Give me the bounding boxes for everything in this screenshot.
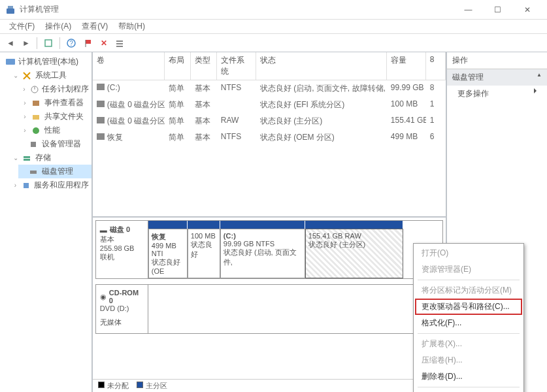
cdrom-block: ◉CD-ROM 0 DVD (D:) 无媒体 bbox=[95, 284, 443, 334]
partition[interactable]: 恢复499 MB NTI状态良好 (OE bbox=[148, 229, 188, 278]
legend: 未分配 主分区 bbox=[93, 379, 446, 392]
navigation-tree: 计算机管理(本地) ⌄ 系统工具 › 任务计划程序 › 事件查看器 bbox=[0, 52, 93, 392]
menu-action[interactable]: 操作(A) bbox=[40, 20, 76, 33]
cdrom-info[interactable]: ◉CD-ROM 0 DVD (D:) 无媒体 bbox=[96, 285, 148, 333]
window-title: 计算机管理 bbox=[20, 4, 454, 15]
expand-icon[interactable]: › bbox=[21, 99, 29, 106]
col-status[interactable]: 状态 bbox=[256, 52, 387, 80]
ctx-properties[interactable]: 属性(P) bbox=[415, 389, 522, 392]
menu-view[interactable]: 查看(V) bbox=[76, 20, 113, 33]
actions-disk-mgmt[interactable]: 磁盘管理▲ bbox=[447, 69, 547, 86]
chevron-right-icon bbox=[534, 88, 537, 93]
actions-more[interactable]: 更多操作 bbox=[447, 86, 547, 102]
computer-icon bbox=[5, 57, 16, 67]
svg-rect-17 bbox=[24, 156, 30, 158]
menubar: 文件(F) 操作(A) 查看(V) 帮助(H) bbox=[0, 20, 547, 34]
svg-text:?: ? bbox=[69, 40, 73, 47]
ctx-format[interactable]: 格式化(F)... bbox=[415, 315, 522, 331]
tree-storage[interactable]: ⌄ 存储 bbox=[9, 151, 91, 165]
expand-icon[interactable]: › bbox=[21, 127, 29, 134]
svg-point-15 bbox=[33, 127, 39, 134]
close-button[interactable]: ✕ bbox=[512, 0, 542, 20]
help-button[interactable]: ? bbox=[64, 37, 78, 49]
volume-icon bbox=[97, 133, 105, 140]
expand-icon[interactable]: › bbox=[21, 113, 29, 120]
col-filesystem[interactable]: 文件系统 bbox=[217, 52, 256, 80]
svg-rect-13 bbox=[33, 101, 39, 106]
app-icon bbox=[5, 5, 16, 15]
svg-rect-19 bbox=[30, 171, 37, 174]
partition[interactable]: 100 MB状态良好 bbox=[188, 229, 220, 278]
svg-rect-18 bbox=[24, 159, 30, 161]
storage-icon bbox=[22, 154, 33, 163]
legend-primary: 主分区 bbox=[137, 381, 167, 391]
tree-services[interactable]: › 服务和应用程序 bbox=[9, 178, 91, 192]
clock-icon bbox=[30, 85, 39, 94]
tree-event-viewer[interactable]: › 事件查看器 bbox=[18, 96, 91, 110]
tree-shared-folders[interactable]: › 共享文件夹 bbox=[18, 110, 91, 123]
disk-icon: ▬ bbox=[100, 226, 107, 234]
volume-row[interactable]: (磁盘 0 磁盘分区 2) 简单 基本 状态良好 (EFI 系统分区) 100 … bbox=[93, 97, 446, 113]
delete-icon[interactable]: ✕ bbox=[98, 37, 110, 49]
col-capacity[interactable]: 容量 bbox=[387, 52, 426, 80]
volume-header: 卷 布局 类型 文件系统 状态 容量 8 bbox=[93, 52, 446, 80]
col-type[interactable]: 类型 bbox=[191, 52, 217, 80]
col-free[interactable]: 8 bbox=[426, 52, 446, 80]
volume-icon bbox=[97, 117, 105, 123]
titlebar: 计算机管理 — ☐ ✕ bbox=[0, 0, 547, 20]
menu-help[interactable]: 帮助(H) bbox=[113, 20, 150, 33]
disk-graphical-panel: ▬磁盘 0 基本 255.98 GB 联机 恢复499 MB NTI状态良好 (… bbox=[93, 218, 446, 379]
svg-rect-20 bbox=[24, 183, 29, 188]
volume-row[interactable]: 恢复 简单 基本 NTFS 状态良好 (OEM 分区) 499 MB 6 bbox=[93, 129, 446, 146]
forward-button[interactable]: ► bbox=[20, 37, 33, 49]
flag-button[interactable] bbox=[81, 37, 95, 49]
svg-rect-8 bbox=[116, 43, 123, 44]
collapse-icon[interactable]: ⌄ bbox=[12, 154, 20, 161]
col-layout[interactable]: 布局 bbox=[165, 52, 191, 80]
refresh-button[interactable] bbox=[41, 37, 56, 49]
tree-disk-management[interactable]: 磁盘管理 bbox=[18, 165, 91, 178]
svg-rect-7 bbox=[116, 41, 123, 42]
tree-root[interactable]: 计算机管理(本地) bbox=[0, 55, 91, 69]
perf-icon bbox=[31, 126, 42, 135]
partition[interactable]: 155.41 GB RAW状态良好 (主分区) bbox=[305, 229, 403, 278]
ctx-mark-active[interactable]: 将分区标记为活动分区(M) bbox=[415, 282, 522, 299]
volume-row[interactable]: (C:) 简单 基本 NTFS 状态良好 (启动, 页面文件, 故障转储, 主分… bbox=[93, 80, 446, 97]
center-panel: 卷 布局 类型 文件系统 状态 容量 8 (C:) 简单 基本 NTFS 状态良… bbox=[93, 52, 446, 392]
expand-icon[interactable]: › bbox=[21, 86, 27, 93]
ctx-open[interactable]: 打开(O) bbox=[415, 245, 522, 261]
tree-system-tools[interactable]: ⌄ 系统工具 bbox=[9, 69, 91, 82]
expand-icon[interactable]: › bbox=[12, 182, 19, 189]
actions-header: 操作 bbox=[447, 52, 547, 69]
svg-rect-2 bbox=[45, 40, 52, 46]
tree-device-manager[interactable]: 设备管理器 bbox=[18, 137, 91, 151]
partition[interactable]: (C:)99.99 GB NTFS状态良好 (启动, 页面文件, bbox=[220, 229, 305, 278]
collapse-icon[interactable]: ⌄ bbox=[12, 72, 20, 79]
ctx-extend[interactable]: 扩展卷(X)... bbox=[415, 336, 522, 352]
disk-0-info[interactable]: ▬磁盘 0 基本 255.98 GB 联机 bbox=[96, 221, 148, 278]
settings-icon[interactable] bbox=[112, 37, 127, 49]
disk-0-block: ▬磁盘 0 基本 255.98 GB 联机 恢复499 MB NTI状态良好 (… bbox=[95, 220, 443, 279]
ctx-shrink[interactable]: 压缩卷(H)... bbox=[415, 352, 522, 368]
svg-rect-9 bbox=[116, 46, 123, 47]
svg-rect-1 bbox=[8, 6, 13, 8]
svg-rect-10 bbox=[6, 59, 15, 65]
col-volume[interactable]: 卷 bbox=[93, 52, 165, 80]
tree-task-scheduler[interactable]: › 任务计划程序 bbox=[18, 82, 91, 96]
maximize-button[interactable]: ☐ bbox=[483, 0, 512, 20]
volume-row[interactable]: (磁盘 0 磁盘分区 5) 简单 基本 RAW 状态良好 (主分区) 155.4… bbox=[93, 113, 446, 129]
minimize-button[interactable]: — bbox=[454, 0, 483, 20]
context-menu: 打开(O) 资源管理器(E) 将分区标记为活动分区(M) 更改驱动器号和路径(C… bbox=[413, 243, 524, 392]
cd-icon: ◉ bbox=[100, 293, 107, 301]
tree-performance[interactable]: › 性能 bbox=[18, 123, 91, 137]
ctx-explorer[interactable]: 资源管理器(E) bbox=[415, 261, 522, 278]
svg-rect-0 bbox=[7, 8, 14, 14]
services-icon bbox=[22, 181, 31, 190]
menu-file[interactable]: 文件(F) bbox=[4, 20, 40, 33]
back-button[interactable]: ◄ bbox=[4, 37, 17, 49]
ctx-change-drive-letter[interactable]: 更改驱动器号和路径(C)... bbox=[415, 299, 522, 315]
svg-rect-14 bbox=[33, 115, 39, 120]
disk-icon bbox=[29, 167, 39, 176]
ctx-delete[interactable]: 删除卷(D)... bbox=[415, 368, 522, 385]
toolbar: ◄ ► ? ✕ bbox=[0, 34, 547, 52]
